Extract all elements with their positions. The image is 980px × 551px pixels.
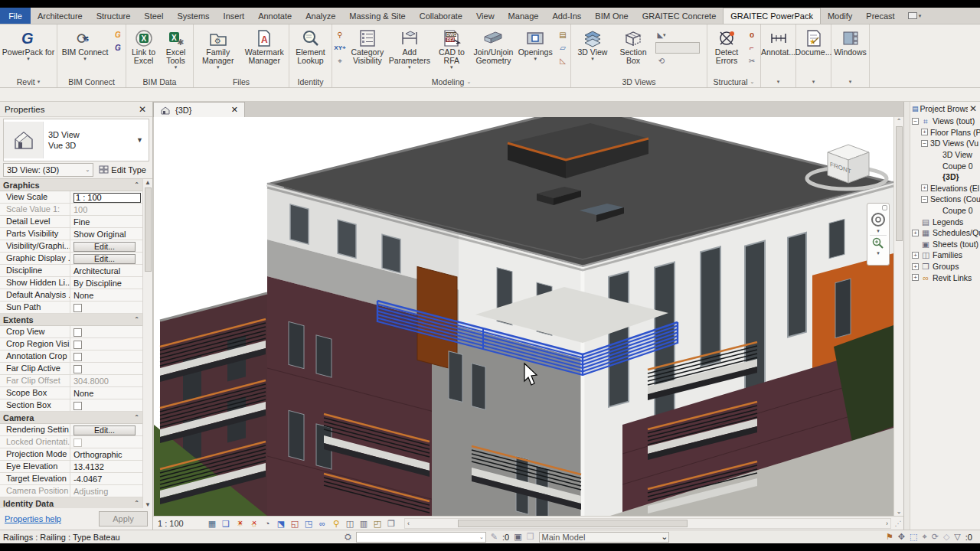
section-identity-data[interactable]: Identity Data⌃ [0, 497, 142, 508]
drag-elements-icon[interactable]: ⬚ [910, 532, 917, 542]
visual-style-icon[interactable]: ❑ [220, 518, 231, 529]
group-label-3d-views[interactable]: 3D Views [571, 76, 707, 87]
view-cube[interactable]: FRONT [801, 131, 893, 204]
tab-structure[interactable]: Structure [90, 8, 138, 24]
prop-row[interactable]: Graphic Display ...Edit... [0, 253, 142, 265]
navbar-zoom-dropdown-icon[interactable]: ▾ [877, 251, 880, 256]
group-label-bim-data[interactable]: BIM Data [126, 76, 193, 87]
tree-item-views[interactable]: −⌗Views (tout) [910, 116, 980, 127]
select-by-face-icon[interactable]: ◇ [943, 532, 949, 542]
zoom-icon[interactable] [872, 237, 884, 249]
render-icon[interactable]: ◔ [262, 518, 273, 529]
project-browser-scrollbar[interactable] [904, 102, 910, 530]
prop-row[interactable]: Default Analysis ...None [0, 289, 142, 302]
steering-wheel-icon[interactable] [871, 212, 886, 227]
prop-row[interactable]: Rendering Settin...Edit... [0, 424, 142, 436]
properties-help-link[interactable]: Properties help [5, 514, 94, 523]
section-box-button[interactable]: Section Box [613, 26, 653, 76]
tree-item-sheets[interactable]: ▣Sheets (tout) [910, 239, 980, 250]
section-camera[interactable]: Camera⌃ [0, 412, 142, 424]
section-box-checkbox[interactable] [74, 402, 82, 410]
file-menu-button[interactable]: File [0, 8, 31, 24]
edit-type-button[interactable]: Edit Type [96, 163, 149, 177]
group-label-bim-connect[interactable]: BIM Connect [57, 76, 126, 87]
section-graphics[interactable]: Graphics⌃ [0, 179, 142, 191]
group-expand-document[interactable]: ▾ [796, 76, 831, 87]
canvas-vertical-scrollbar[interactable]: ⌃⌄ [893, 117, 903, 516]
tree-item-legends[interactable]: ▤Legends [910, 216, 980, 227]
category-visibility-button[interactable]: Category Visibility [347, 26, 388, 76]
constraints-icon[interactable]: ◰ [372, 518, 383, 529]
tree-item-3d-views[interactable]: −3D Views (Vu [910, 138, 980, 149]
annotations-button[interactable]: Annotat... [763, 26, 794, 76]
tab-manage[interactable]: Manage [501, 8, 546, 24]
press-drag-icon[interactable]: ✥ [898, 532, 905, 542]
prop-row[interactable]: Crop View [0, 326, 142, 338]
type-dropdown-icon[interactable]: ▼ [136, 136, 149, 144]
tree-item-elevations[interactable]: +Elevations (El [910, 183, 980, 194]
tab-precast[interactable]: Precast [859, 8, 901, 24]
ribbon-display-toggle[interactable]: ▾ [902, 8, 928, 24]
crop-view-icon[interactable]: ⬔ [276, 518, 286, 529]
background-process-icon[interactable]: ⟳ [932, 532, 939, 542]
tab-graitec-concrete[interactable]: GRAITEC Concrete [635, 8, 724, 24]
tab-collaborate[interactable]: Collaborate [413, 8, 469, 24]
prop-row[interactable]: Target Elevation-4.0467 [0, 473, 142, 485]
view-scale-control[interactable]: 1 : 100 [158, 519, 202, 528]
uncrop-icon[interactable]: ◳ [303, 518, 314, 529]
tree-item-coupe-0-section[interactable]: Coupe 0 [910, 205, 980, 217]
displacement-icon[interactable]: ❐ [386, 518, 397, 529]
tab-add-ins[interactable]: Add-Ins [545, 8, 588, 24]
tab-architecture[interactable]: Architecture [31, 8, 90, 24]
xy-plus-icon[interactable]: XY+ [334, 42, 346, 54]
crop-view-checkbox[interactable] [74, 328, 82, 337]
bim-connect-button[interactable]: ⟳G BIM Connect▾ [59, 26, 111, 76]
group-label-identity[interactable]: Identity [289, 76, 332, 87]
prop-row[interactable]: View Scale [0, 191, 142, 204]
navbar-options-icon[interactable] [882, 205, 887, 210]
canvas-horizontal-scrollbar[interactable]: ‹ › [404, 518, 891, 529]
group-label-files[interactable]: Files [194, 76, 289, 87]
group-label-structural[interactable]: Structural⌄ [707, 76, 760, 87]
annotation-crop-checkbox[interactable] [74, 353, 82, 361]
visibility-edit-button[interactable]: Edit... [74, 242, 136, 252]
view-preset-combo[interactable] [655, 42, 700, 54]
watermark-manager-button[interactable]: A Watermark Manager [242, 26, 288, 76]
prop-row[interactable]: Scope BoxNone [0, 387, 142, 399]
prop-row[interactable]: Detail LevelFine [0, 216, 142, 228]
element-lookup-button[interactable]: Element Lookup [291, 26, 330, 76]
apply-button[interactable]: Apply [99, 511, 148, 527]
tab-bim-one[interactable]: BIM One [588, 8, 635, 24]
rotate-view-icon[interactable]: ⟲ [655, 55, 668, 67]
tree-item-revit-links[interactable]: +∞Revit Links [910, 272, 980, 283]
ring-icon[interactable]: o [746, 29, 758, 41]
show-crop-icon[interactable]: ◱ [289, 518, 300, 529]
link-to-excel-button[interactable]: X Link to Excel [128, 26, 159, 76]
reveal-hidden-icon[interactable]: ⚲ [331, 518, 341, 529]
tab-annotate[interactable]: Annotate [251, 8, 299, 24]
rendering-settings-edit-button[interactable]: Edit... [74, 425, 136, 435]
tree-item-families[interactable]: +◫Families [910, 249, 980, 261]
excel-tools-button[interactable]: X✱ Excel Tools▾ [160, 26, 191, 76]
tab-analyze[interactable]: Analyze [299, 8, 342, 24]
navbar-wheel-dropdown-icon[interactable]: ▾ [877, 229, 880, 233]
tab-steel[interactable]: Steel [137, 8, 170, 24]
documents-button[interactable]: ★ Docume... [798, 26, 829, 76]
tree-item-floor-plans[interactable]: +Floor Plans (P [910, 127, 980, 139]
tab-modify[interactable]: Modify [821, 8, 859, 24]
prop-row[interactable]: Parts VisibilityShow Original [0, 228, 142, 240]
prop-row[interactable]: Annotation Crop [0, 350, 142, 363]
temporary-view-icon[interactable]: ◫ [345, 518, 355, 529]
crop-region-checkbox[interactable] [74, 341, 82, 349]
view-tab-close-icon[interactable]: ✕ [231, 105, 238, 115]
add-parameters-button[interactable]: Add Parameters▾ [389, 26, 430, 76]
view-scale-input[interactable] [74, 193, 141, 203]
editable-only-icon[interactable]: ✎ [491, 532, 498, 542]
openings-button[interactable]: Openings▾ [514, 26, 556, 76]
workset-combo[interactable]: ⌄ [356, 532, 486, 543]
tree-item-schedules[interactable]: +▦Schedules/Qu [910, 227, 980, 239]
tab-massing-site[interactable]: Massing & Site [342, 8, 412, 24]
prop-row[interactable]: Crop Region Visi... [0, 338, 142, 350]
instance-selector[interactable]: 3D View: (3D)⌄ [3, 163, 93, 177]
view-tab-3d[interactable]: {3D} ✕ [153, 102, 245, 117]
